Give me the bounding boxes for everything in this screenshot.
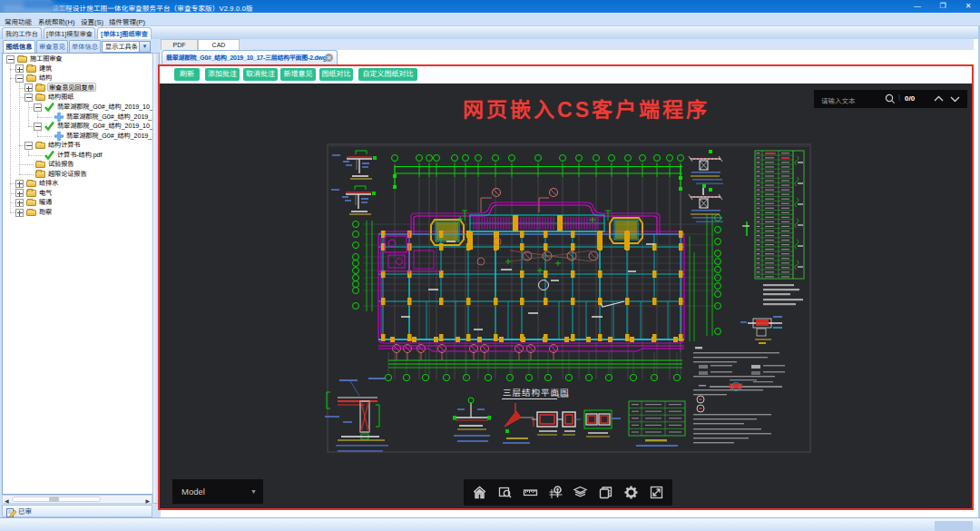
svg-text:1:100: 1:100 bbox=[557, 393, 569, 398]
